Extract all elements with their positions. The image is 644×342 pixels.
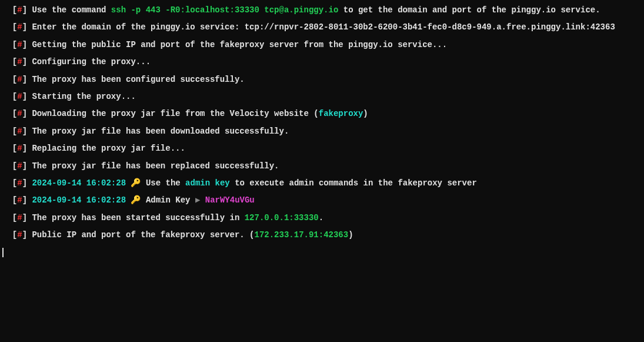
log-line: [#] The proxy jar file has been download…	[2, 126, 642, 137]
prefix-bracket-close: ]	[22, 144, 27, 153]
log-text: Getting the public IP and port of the fa…	[32, 40, 447, 49]
prefix-bracket-open: [	[12, 195, 17, 205]
prefix-hash: #	[17, 5, 22, 15]
prefix-bracket-close: ]	[22, 40, 27, 49]
admin-key-value: NarWY4uVGu	[205, 195, 255, 205]
log-text: Enter the domain of the pinggy.io servic…	[32, 22, 244, 32]
log-line: [#] Use the command ssh -p 443 -R0:local…	[2, 5, 642, 16]
prefix-bracket-open: [	[12, 178, 17, 188]
prefix-bracket-open: [	[12, 22, 17, 32]
log-text: Use the command	[32, 5, 111, 15]
prefix-bracket-open: [	[12, 161, 17, 171]
log-line: [#] The proxy has been configured succes…	[2, 74, 642, 85]
prefix-bracket-open: [	[12, 109, 17, 118]
prefix-bracket-close: ]	[22, 57, 27, 67]
prefix-hash: #	[17, 144, 22, 153]
prefix-hash: #	[17, 178, 22, 188]
terminal-output: [#] Use the command ssh -p 443 -R0:local…	[2, 5, 642, 258]
prefix-bracket-close: ]	[22, 127, 27, 136]
log-text: Starting the proxy...	[32, 92, 135, 101]
log-text: Replacing the proxy jar file...	[32, 144, 185, 153]
paren-close: )	[348, 230, 353, 240]
prefix-bracket-open: [	[12, 40, 17, 49]
local-address: 127.0.0.1:33330	[245, 213, 319, 223]
prefix-bracket-close: ]	[22, 75, 27, 84]
prefix-hash: #	[17, 92, 22, 101]
prefix-hash: #	[17, 213, 22, 223]
prefix-bracket-open: [	[12, 5, 17, 15]
public-address: 172.233.17.91:42363	[255, 230, 349, 240]
prefix-bracket-open: [	[12, 144, 17, 153]
prefix-bracket-close: ]	[22, 161, 27, 171]
prefix-bracket-open: [	[12, 57, 17, 67]
proxy-name: fakeproxy	[319, 109, 363, 118]
log-text: Public IP and port of the fakeproxy serv…	[32, 230, 249, 240]
prefix-hash: #	[17, 195, 22, 205]
log-line: [#] Getting the public IP and port of th…	[2, 39, 642, 51]
log-line: [#] 2024-09-14 16:02:28 🔑 Admin Key ▶ Na…	[2, 195, 642, 206]
log-line: [#] 2024-09-14 16:02:28 🔑 Use the admin …	[2, 178, 642, 189]
prefix-hash: #	[17, 109, 22, 118]
prefix-bracket-close: ]	[22, 213, 27, 223]
prefix-bracket-close: ]	[22, 92, 27, 101]
log-line: [#] Replacing the proxy jar file...	[2, 143, 642, 154]
log-line: [#] The proxy has been started successfu…	[2, 212, 642, 224]
prefix-bracket-open: [	[12, 213, 17, 223]
key-icon: 🔑	[131, 178, 141, 188]
log-text: The proxy jar file has been downloaded s…	[32, 127, 289, 136]
prefix-hash: #	[17, 127, 22, 136]
log-text: The proxy jar file has been replaced suc…	[32, 161, 279, 171]
prefix-bracket-open: [	[12, 127, 17, 136]
log-text: Configuring the proxy...	[32, 57, 151, 67]
paren-open: (	[313, 109, 318, 118]
prefix-bracket-close: ]	[22, 230, 27, 240]
prefix-bracket-close: ]	[22, 178, 27, 188]
log-text: Admin Key	[141, 195, 195, 205]
prefix-bracket-open: [	[12, 230, 17, 240]
log-line: [#] Enter the domain of the pinggy.io se…	[2, 22, 642, 33]
log-line: [#] Downloading the proxy jar file from …	[2, 108, 642, 119]
prefix-bracket-open: [	[12, 75, 17, 84]
log-text: The proxy has been configured successful…	[32, 75, 244, 84]
paren-open: (	[249, 230, 254, 240]
prefix-hash: #	[17, 161, 22, 171]
domain-input-value: tcp://rnpvr-2802-8011-30b2-6200-3b41-fec…	[245, 22, 615, 32]
prefix-hash: #	[17, 230, 22, 240]
timestamp: 2024-09-14 16:02:28	[32, 178, 126, 188]
arrow-icon: ▶	[195, 195, 205, 205]
log-text: Use the	[141, 178, 185, 188]
key-icon: 🔑	[131, 195, 141, 205]
log-text: The proxy has been started successfully …	[32, 213, 244, 223]
log-text: to execute admin commands in the fakepro…	[230, 178, 477, 188]
prefix-hash: #	[17, 75, 22, 84]
log-line: [#] The proxy jar file has been replaced…	[2, 161, 642, 172]
admin-key-label: admin key	[185, 178, 230, 188]
prefix-hash: #	[17, 22, 22, 32]
log-text: .	[319, 213, 323, 223]
paren-close: )	[363, 109, 368, 118]
timestamp: 2024-09-14 16:02:28	[32, 195, 126, 205]
prefix-bracket-close: ]	[22, 195, 27, 205]
prefix-hash: #	[17, 40, 22, 49]
cursor-line[interactable]	[2, 247, 642, 258]
ssh-command: ssh -p 443 -R0:localhost:33330 tcp@a.pin…	[111, 5, 338, 15]
log-line: [#] Configuring the proxy...	[2, 57, 642, 68]
prefix-bracket-open: [	[12, 92, 17, 101]
prefix-bracket-close: ]	[22, 109, 27, 118]
log-text: to get the domain and port of the pinggy…	[338, 5, 600, 15]
log-text: Downloading the proxy jar file from the …	[32, 109, 313, 118]
cursor-icon	[2, 248, 4, 257]
log-line: [#] Starting the proxy...	[2, 91, 642, 102]
prefix-bracket-close: ]	[22, 22, 27, 32]
log-line: [#] Public IP and port of the fakeproxy …	[2, 230, 642, 241]
prefix-hash: #	[17, 57, 22, 67]
prefix-bracket-close: ]	[22, 5, 27, 15]
